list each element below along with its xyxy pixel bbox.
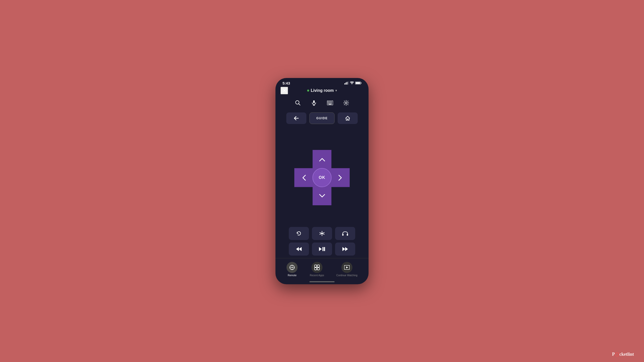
media-row-2 <box>280 243 364 256</box>
play-pause-icon <box>319 247 325 251</box>
home-indicator <box>275 280 369 284</box>
dpad-container: OK <box>275 126 369 227</box>
svg-point-22 <box>345 102 347 104</box>
media-section <box>275 227 369 258</box>
pocketlint-watermark: Pcketlint <box>612 352 634 357</box>
media-row-1 <box>280 227 364 240</box>
bottom-nav-recent-apps[interactable]: Recent Apps <box>307 261 327 278</box>
recent-apps-label: Recent Apps <box>310 274 324 277</box>
status-icons <box>344 82 361 85</box>
dpad-right-button[interactable] <box>331 169 349 187</box>
fast-forward-button[interactable] <box>335 243 355 256</box>
svg-rect-19 <box>330 103 331 103</box>
play-pause-button[interactable] <box>312 243 332 256</box>
search-icon <box>295 100 301 106</box>
home-icon <box>345 116 350 121</box>
svg-line-8 <box>299 104 300 105</box>
dpad-left-button[interactable] <box>295 169 313 187</box>
svg-rect-28 <box>347 234 348 236</box>
continue-watching-icon <box>344 265 350 270</box>
rewind-icon <box>296 247 302 251</box>
signal-icon <box>344 82 349 85</box>
svg-rect-6 <box>356 82 360 84</box>
svg-rect-9 <box>313 100 315 103</box>
svg-rect-14 <box>329 101 330 102</box>
svg-rect-20 <box>331 103 332 103</box>
home-button[interactable] <box>338 112 358 124</box>
svg-rect-15 <box>330 101 331 102</box>
battery-icon <box>355 82 361 85</box>
svg-rect-2 <box>347 82 347 85</box>
remote-label: Remote <box>288 274 297 277</box>
chevron-right-icon <box>338 175 342 181</box>
svg-rect-5 <box>361 83 361 84</box>
keyboard-icon <box>327 101 333 105</box>
dpad-down-button[interactable] <box>313 186 331 205</box>
svg-rect-27 <box>342 234 344 236</box>
header: ✕ Living room ▾ <box>275 86 369 95</box>
chevron-up-icon <box>319 158 325 162</box>
recent-apps-icon-bg <box>311 262 323 273</box>
svg-rect-1 <box>346 83 346 85</box>
recent-apps-icon <box>314 265 320 270</box>
chevron-left-icon <box>302 175 306 181</box>
settings-icon <box>343 100 349 106</box>
svg-rect-16 <box>331 101 332 102</box>
location-name: Living room <box>311 88 334 93</box>
pocketlint-o <box>615 352 619 356</box>
svg-rect-39 <box>314 268 317 270</box>
continue-watching-label: Continue Watching <box>336 274 357 277</box>
location-chevron-icon: ▾ <box>335 89 337 92</box>
back-arrow-icon <box>294 116 299 120</box>
chevron-down-icon <box>319 194 325 198</box>
bottom-nav-continue-watching[interactable]: Continue Watching <box>334 261 360 278</box>
svg-rect-29 <box>323 247 324 251</box>
settings-button[interactable] <box>341 97 352 108</box>
dpad-up-button[interactable] <box>313 150 331 169</box>
toolbar <box>275 95 369 110</box>
replay-button[interactable] <box>289 227 309 240</box>
close-button[interactable]: ✕ <box>280 87 288 94</box>
star-button[interactable] <box>312 227 332 240</box>
rewind-button[interactable] <box>289 243 309 256</box>
mic-icon <box>311 100 317 106</box>
replay-icon <box>296 231 302 236</box>
status-bar: 5:43 <box>275 78 369 86</box>
svg-rect-13 <box>328 101 329 102</box>
search-button[interactable] <box>292 97 303 108</box>
status-time: 5:43 <box>283 81 290 85</box>
headphone-icon <box>342 231 348 236</box>
svg-rect-30 <box>324 247 325 251</box>
svg-rect-21 <box>329 104 332 105</box>
ok-button[interactable]: OK <box>312 168 332 187</box>
remote-icon <box>289 265 295 270</box>
svg-rect-38 <box>317 265 319 267</box>
fast-forward-icon <box>342 247 348 251</box>
asterisk-icon <box>319 231 325 236</box>
mic-button[interactable] <box>308 97 319 108</box>
headphone-button[interactable] <box>335 227 355 240</box>
location-dot <box>307 90 309 92</box>
svg-rect-17 <box>328 103 329 103</box>
back-button[interactable] <box>286 112 306 124</box>
location-selector[interactable]: Living room ▾ <box>307 88 337 93</box>
remote-icon-bg <box>287 262 298 273</box>
phone-frame: 5:43 ✕ Living roo <box>275 78 369 284</box>
bottom-nav: Remote Recent Apps Continue Watching <box>275 258 369 280</box>
svg-point-32 <box>292 267 293 268</box>
svg-rect-18 <box>329 103 330 103</box>
nav-row: GUIDE <box>275 110 369 126</box>
svg-rect-37 <box>314 265 317 267</box>
bottom-nav-remote[interactable]: Remote <box>284 261 300 278</box>
svg-rect-3 <box>348 82 349 85</box>
continue-watching-icon-bg <box>341 262 352 273</box>
guide-button[interactable]: GUIDE <box>309 112 335 124</box>
wifi-icon <box>350 82 354 85</box>
keyboard-button[interactable] <box>325 97 336 108</box>
svg-rect-40 <box>317 268 319 270</box>
dpad: OK <box>294 150 350 205</box>
home-bar <box>309 281 335 282</box>
svg-rect-0 <box>344 83 345 85</box>
